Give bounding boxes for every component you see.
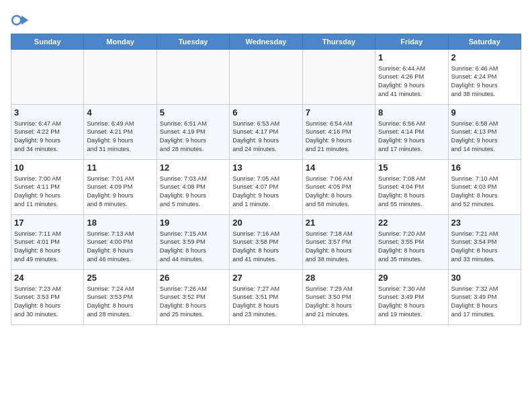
calendar-cell: 13Sunrise: 7:05 AMSunset: 4:07 PMDayligh…	[230, 160, 302, 215]
calendar-cell: 15Sunrise: 7:08 AMSunset: 4:04 PMDayligh…	[375, 160, 448, 215]
day-info: Sunrise: 7:27 AMSunset: 3:51 PMDaylight:…	[232, 285, 299, 319]
day-number: 23	[451, 217, 518, 229]
day-number: 5	[160, 107, 226, 119]
calendar-week-2: 3Sunrise: 6:47 AMSunset: 4:22 PMDaylight…	[11, 105, 521, 160]
calendar-cell: 21Sunrise: 7:18 AMSunset: 3:57 PMDayligh…	[302, 215, 375, 270]
page: SundayMondayTuesdayWednesdayThursdayFrid…	[0, 0, 532, 330]
day-info: Sunrise: 6:58 AMSunset: 4:13 PMDaylight:…	[451, 120, 518, 154]
calendar-header-monday: Monday	[84, 34, 157, 50]
calendar-cell: 20Sunrise: 7:16 AMSunset: 3:58 PMDayligh…	[230, 215, 302, 270]
svg-point-2	[13, 17, 21, 24]
day-info: Sunrise: 6:54 AMSunset: 4:16 PMDaylight:…	[306, 120, 372, 154]
day-number: 6	[232, 107, 299, 119]
calendar-week-4: 17Sunrise: 7:11 AMSunset: 4:01 PMDayligh…	[11, 215, 521, 270]
calendar-cell: 17Sunrise: 7:11 AMSunset: 4:01 PMDayligh…	[11, 215, 84, 270]
logo-icon	[11, 11, 30, 30]
calendar-cell: 28Sunrise: 7:29 AMSunset: 3:50 PMDayligh…	[302, 270, 375, 325]
calendar-cell: 14Sunrise: 7:06 AMSunset: 4:05 PMDayligh…	[302, 160, 375, 215]
calendar-week-5: 24Sunrise: 7:23 AMSunset: 3:53 PMDayligh…	[11, 270, 521, 325]
calendar-cell: 7Sunrise: 6:54 AMSunset: 4:16 PMDaylight…	[302, 105, 375, 160]
calendar-cell: 11Sunrise: 7:01 AMSunset: 4:09 PMDayligh…	[84, 160, 157, 215]
calendar-cell: 27Sunrise: 7:27 AMSunset: 3:51 PMDayligh…	[230, 270, 302, 325]
calendar-header-saturday: Saturday	[448, 34, 521, 50]
day-number: 3	[14, 107, 81, 119]
calendar-cell: 12Sunrise: 7:03 AMSunset: 4:08 PMDayligh…	[157, 160, 229, 215]
day-info: Sunrise: 7:16 AMSunset: 3:58 PMDaylight:…	[232, 230, 299, 264]
calendar-cell: 24Sunrise: 7:23 AMSunset: 3:53 PMDayligh…	[11, 270, 84, 325]
day-number: 20	[232, 217, 299, 229]
day-number: 24	[14, 272, 81, 284]
day-number: 13	[232, 162, 299, 174]
day-info: Sunrise: 7:01 AMSunset: 4:09 PMDaylight:…	[87, 175, 153, 209]
day-number: 17	[14, 217, 81, 229]
calendar-cell: 18Sunrise: 7:13 AMSunset: 4:00 PMDayligh…	[84, 215, 157, 270]
day-info: Sunrise: 6:56 AMSunset: 4:14 PMDaylight:…	[378, 120, 445, 154]
calendar-header-thursday: Thursday	[302, 34, 375, 50]
calendar-week-3: 10Sunrise: 7:00 AMSunset: 4:11 PMDayligh…	[11, 160, 521, 215]
calendar-cell: 3Sunrise: 6:47 AMSunset: 4:22 PMDaylight…	[11, 105, 84, 160]
day-info: Sunrise: 7:00 AMSunset: 4:11 PMDaylight:…	[14, 175, 81, 209]
day-number: 7	[306, 107, 372, 119]
day-info: Sunrise: 7:03 AMSunset: 4:08 PMDaylight:…	[160, 175, 226, 209]
calendar-cell: 26Sunrise: 7:26 AMSunset: 3:52 PMDayligh…	[157, 270, 229, 325]
day-number: 8	[378, 107, 445, 119]
calendar-header-sunday: Sunday	[11, 34, 84, 50]
day-number: 26	[160, 272, 226, 284]
day-number: 21	[306, 217, 372, 229]
day-number: 29	[378, 272, 445, 284]
day-info: Sunrise: 6:44 AMSunset: 4:26 PMDaylight:…	[378, 64, 445, 99]
day-number: 12	[160, 162, 226, 174]
day-info: Sunrise: 7:15 AMSunset: 3:59 PMDaylight:…	[160, 230, 226, 264]
day-info: Sunrise: 6:49 AMSunset: 4:21 PMDaylight:…	[87, 120, 153, 154]
calendar-cell: 4Sunrise: 6:49 AMSunset: 4:21 PMDaylight…	[84, 105, 157, 160]
day-number: 4	[87, 107, 153, 119]
day-info: Sunrise: 7:10 AMSunset: 4:03 PMDaylight:…	[451, 175, 518, 209]
day-number: 27	[232, 272, 299, 284]
day-info: Sunrise: 7:05 AMSunset: 4:07 PMDaylight:…	[232, 175, 299, 209]
svg-marker-1	[21, 15, 29, 25]
calendar-header-tuesday: Tuesday	[157, 34, 229, 50]
day-info: Sunrise: 6:53 AMSunset: 4:17 PMDaylight:…	[232, 120, 299, 154]
day-number: 19	[160, 217, 226, 229]
day-info: Sunrise: 7:24 AMSunset: 3:53 PMDaylight:…	[87, 285, 153, 319]
calendar-header-wednesday: Wednesday	[230, 34, 302, 50]
calendar-cell: 10Sunrise: 7:00 AMSunset: 4:11 PMDayligh…	[11, 160, 84, 215]
calendar-header-row: SundayMondayTuesdayWednesdayThursdayFrid…	[11, 34, 521, 50]
day-info: Sunrise: 7:18 AMSunset: 3:57 PMDaylight:…	[306, 230, 372, 264]
calendar-header-friday: Friday	[375, 34, 448, 50]
day-info: Sunrise: 7:13 AMSunset: 4:00 PMDaylight:…	[87, 230, 153, 264]
calendar-cell: 6Sunrise: 6:53 AMSunset: 4:17 PMDaylight…	[230, 105, 302, 160]
calendar-cell	[302, 50, 375, 105]
day-number: 28	[306, 272, 372, 284]
day-number: 15	[378, 162, 445, 174]
logo	[11, 11, 32, 30]
day-info: Sunrise: 6:47 AMSunset: 4:22 PMDaylight:…	[14, 120, 81, 154]
calendar-cell: 30Sunrise: 7:32 AMSunset: 3:49 PMDayligh…	[448, 270, 521, 325]
calendar-cell	[230, 50, 302, 105]
calendar-cell: 25Sunrise: 7:24 AMSunset: 3:53 PMDayligh…	[84, 270, 157, 325]
day-number: 10	[14, 162, 81, 174]
day-number: 18	[87, 217, 153, 229]
day-info: Sunrise: 7:08 AMSunset: 4:04 PMDaylight:…	[378, 175, 445, 209]
calendar-cell: 8Sunrise: 6:56 AMSunset: 4:14 PMDaylight…	[375, 105, 448, 160]
day-number: 2	[451, 52, 518, 64]
calendar-cell: 22Sunrise: 7:20 AMSunset: 3:55 PMDayligh…	[375, 215, 448, 270]
day-info: Sunrise: 7:20 AMSunset: 3:55 PMDaylight:…	[378, 230, 445, 264]
day-info: Sunrise: 7:23 AMSunset: 3:53 PMDaylight:…	[14, 285, 81, 319]
calendar-week-1: 1Sunrise: 6:44 AMSunset: 4:26 PMDaylight…	[11, 50, 521, 105]
day-number: 22	[378, 217, 445, 229]
calendar-cell: 19Sunrise: 7:15 AMSunset: 3:59 PMDayligh…	[157, 215, 229, 270]
day-info: Sunrise: 7:21 AMSunset: 3:54 PMDaylight:…	[451, 230, 518, 264]
day-number: 9	[451, 107, 518, 119]
day-number: 30	[451, 272, 518, 284]
calendar: SundayMondayTuesdayWednesdayThursdayFrid…	[11, 34, 521, 325]
day-info: Sunrise: 6:51 AMSunset: 4:19 PMDaylight:…	[160, 120, 226, 154]
day-number: 11	[87, 162, 153, 174]
calendar-cell	[84, 50, 157, 105]
calendar-cell: 29Sunrise: 7:30 AMSunset: 3:49 PMDayligh…	[375, 270, 448, 325]
day-info: Sunrise: 6:46 AMSunset: 4:24 PMDaylight:…	[451, 64, 518, 99]
day-number: 25	[87, 272, 153, 284]
header	[11, 8, 521, 30]
calendar-cell: 2Sunrise: 6:46 AMSunset: 4:24 PMDaylight…	[448, 50, 521, 105]
day-number: 1	[378, 52, 445, 64]
